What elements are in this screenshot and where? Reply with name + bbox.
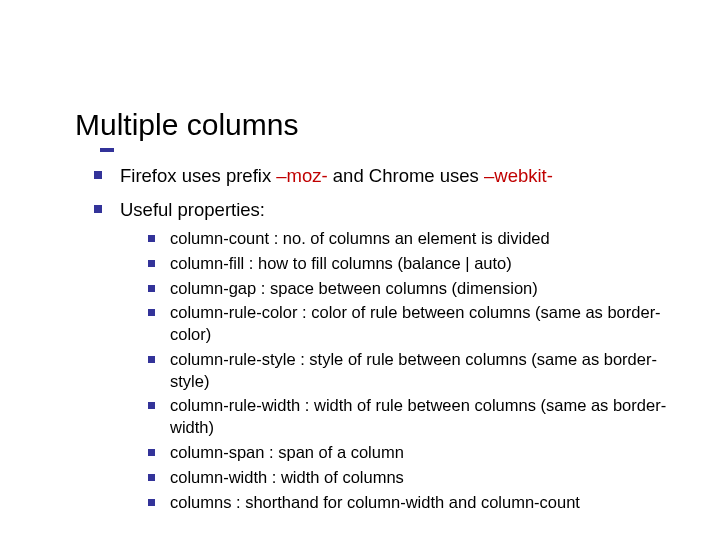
slide-body: Firefox uses prefix –moz- and Chrome use…	[90, 160, 680, 523]
slide-title: Multiple columns	[75, 108, 680, 142]
sub-bullet-item: column-fill : how to fill columns (balan…	[144, 253, 680, 275]
sub-bullet-item: column-width : width of columns	[144, 467, 680, 489]
sub-bullet-item: column-gap : space between columns (dime…	[144, 278, 680, 300]
text-segment: Useful properties:	[120, 199, 265, 220]
text-segment: Firefox uses prefix	[120, 165, 276, 186]
sub-bullet-item: columns : shorthand for column-width and…	[144, 492, 680, 514]
highlighted-text: –moz-	[276, 165, 327, 186]
title-container: Multiple columns	[75, 108, 680, 142]
title-accent-rule	[100, 148, 114, 152]
sub-bullet-item: column-rule-style : style of rule betwee…	[144, 349, 680, 393]
bullet-list: Firefox uses prefix –moz- and Chrome use…	[90, 164, 680, 513]
bullet-item: Useful properties:column-count : no. of …	[90, 198, 680, 513]
sub-bullet-item: column-span : span of a column	[144, 442, 680, 464]
slide: Multiple columns Firefox uses prefix –mo…	[0, 0, 720, 540]
highlighted-text: –webkit-	[484, 165, 553, 186]
sub-bullet-list: column-count : no. of columns an element…	[144, 228, 680, 513]
text-segment: and Chrome uses	[328, 165, 484, 186]
sub-bullet-item: column-count : no. of columns an element…	[144, 228, 680, 250]
sub-bullet-item: column-rule-color : color of rule betwee…	[144, 302, 680, 346]
sub-bullet-item: column-rule-width : width of rule betwee…	[144, 395, 680, 439]
bullet-item: Firefox uses prefix –moz- and Chrome use…	[90, 164, 680, 188]
